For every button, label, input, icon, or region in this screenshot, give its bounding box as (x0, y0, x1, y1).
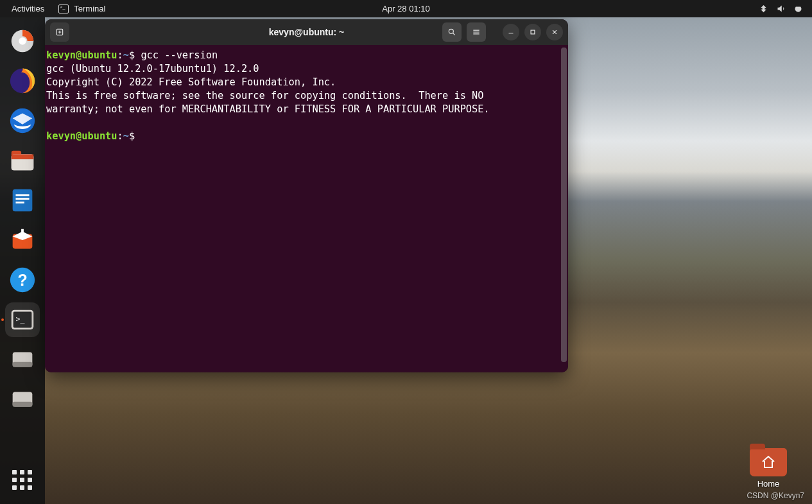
terminal-titlebar[interactable]: kevyn@ubuntu: ~ (45, 19, 568, 45)
svg-rect-8 (13, 189, 33, 212)
new-tab-button[interactable] (50, 22, 69, 42)
home-folder-label: Home (743, 479, 794, 489)
disk-icon-2[interactable] (5, 382, 40, 417)
output-line: Copyright (C) 2022 Free Software Foundat… (46, 76, 336, 88)
top-bar: Activities Terminal Apr 28 01:10 (0, 0, 812, 17)
apps-grid-icon (12, 470, 33, 491)
help-icon[interactable]: ? (5, 263, 40, 297)
prompt-path: ~ (123, 49, 129, 61)
terminal-icon[interactable]: >_ (5, 302, 40, 337)
writer-icon[interactable] (5, 183, 40, 218)
svg-rect-7 (12, 154, 34, 159)
prompt-symbol: $ (129, 130, 135, 142)
terminal-viewport[interactable]: kevyn@ubuntu:~$ gcc --version gcc (Ubunt… (45, 45, 568, 372)
prompt-user: kevyn@ubuntu (46, 130, 117, 142)
dock: ? >_ (0, 17, 45, 504)
prompt-user: kevyn@ubuntu (46, 49, 117, 61)
terminal-window: kevyn@ubuntu: ~ kevyn@ubuntu:~$ gcc --ve… (45, 19, 568, 372)
svg-rect-25 (531, 30, 535, 34)
svg-rect-22 (13, 402, 33, 407)
thunderbird-icon[interactable] (5, 103, 40, 138)
svg-text:>_: >_ (15, 315, 24, 324)
clock[interactable]: Apr 28 01:10 (382, 4, 429, 13)
active-app-indicator[interactable]: Terminal (58, 4, 105, 13)
svg-rect-9 (15, 194, 29, 196)
activities-button[interactable]: Activities (12, 4, 44, 13)
close-button[interactable] (546, 24, 563, 40)
svg-rect-13 (21, 229, 24, 234)
menu-button[interactable] (467, 22, 486, 42)
software-icon[interactable] (5, 223, 40, 257)
svg-point-1 (19, 37, 26, 45)
command-text: gcc --version (141, 49, 218, 61)
installer-icon[interactable] (5, 24, 40, 58)
output-line: This is free software; see the source fo… (46, 90, 484, 101)
svg-rect-10 (15, 198, 29, 200)
prompt-symbol: $ (129, 49, 135, 61)
svg-text:?: ? (17, 271, 27, 289)
watermark: CSDN @Kevyn7 (747, 491, 804, 500)
minimize-button[interactable] (503, 24, 519, 40)
power-icon[interactable] (793, 4, 803, 13)
prompt-path: ~ (123, 130, 129, 142)
svg-point-24 (449, 29, 453, 33)
show-applications-button[interactable] (5, 463, 40, 498)
active-app-name: Terminal (74, 4, 105, 13)
window-title: kevyn@ubuntu: ~ (269, 27, 345, 37)
disk-icon-1[interactable] (5, 342, 40, 377)
output-line: warranty; not even for MERCHANTABILITY o… (46, 103, 490, 115)
svg-rect-11 (15, 202, 24, 204)
maximize-button[interactable] (524, 24, 541, 40)
firefox-icon[interactable] (5, 64, 40, 98)
home-folder-desktop-icon[interactable]: Home (743, 448, 794, 489)
network-icon[interactable] (759, 4, 768, 13)
output-line: gcc (Ubuntu 12.2.0-17ubuntu1) 12.2.0 (46, 63, 259, 74)
folder-icon (750, 448, 787, 476)
terminal-output: kevyn@ubuntu:~$ gcc --version gcc (Ubunt… (46, 49, 564, 143)
search-button[interactable] (442, 22, 462, 42)
volume-icon[interactable] (776, 4, 786, 13)
terminal-mini-icon (58, 4, 69, 13)
files-icon[interactable] (5, 143, 40, 178)
svg-rect-20 (13, 362, 33, 367)
